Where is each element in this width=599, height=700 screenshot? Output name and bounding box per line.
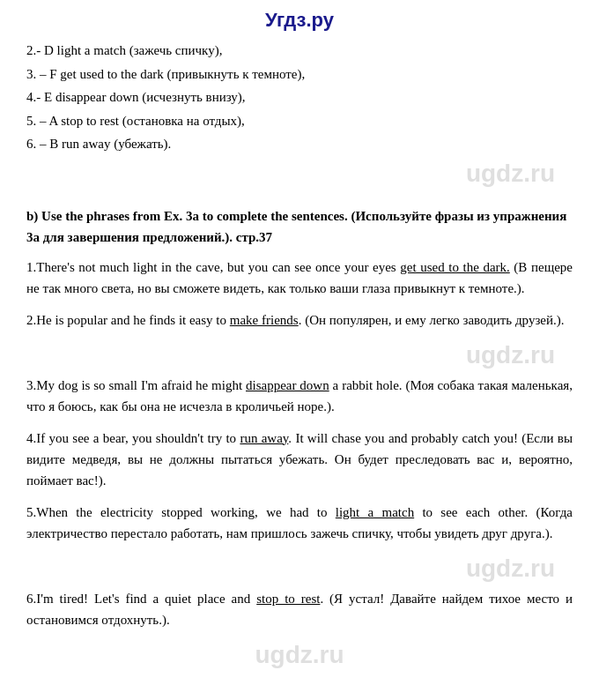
list-item: 4.- E disappear down (исчезнуть внизу),: [26, 87, 573, 108]
watermark-text: ugdz.ru: [466, 160, 555, 188]
part-a-list: 2.- D light a match (зажечь спичку), 3. …: [26, 41, 573, 154]
sentence-2-before: 2.He is popular and he finds it easy to: [26, 313, 230, 327]
watermark-2: ugdz.ru: [26, 341, 573, 369]
sentence-4-phrase: run away: [240, 431, 288, 445]
sentence-6-before: 6.I'm tired! Let's find a quiet place an…: [26, 592, 256, 606]
section-b-heading: b) Use the phrases from Ex. 3a to comple…: [26, 205, 573, 248]
list-item: 3. – F get used to the dark (привыкнуть …: [26, 64, 573, 85]
sentence-3-before: 3.My dog is so small I'm afraid he might: [26, 378, 246, 392]
sentence-2: 2.He is popular and he finds it easy to …: [26, 309, 573, 331]
list-item: 6. – B run away (убежать).: [26, 134, 573, 154]
content-area: 2.- D light a match (зажечь спичку), 3. …: [0, 41, 599, 669]
sentence-4: 4.If you see a bear, you shouldn't try t…: [26, 428, 573, 491]
sentence-3: 3.My dog is so small I'm afraid he might…: [26, 375, 573, 417]
sentence-1: 1.There's not much light in the cave, bu…: [26, 257, 573, 299]
sentence-6-phrase: stop to rest: [256, 592, 320, 606]
sentence-1-before: 1.There's not much light in the cave, bu…: [26, 260, 400, 274]
sentence-4-before: 4.If you see a bear, you shouldn't try t…: [26, 431, 240, 445]
sentence-5-before: 5.When the electricity stopped working, …: [26, 505, 336, 519]
watermark-1: ugdz.ru: [26, 160, 573, 188]
sentence-3-phrase: disappear down: [246, 378, 329, 392]
watermark-4: ugdz.ru: [26, 641, 573, 669]
section-b: b) Use the phrases from Ex. 3a to comple…: [26, 205, 573, 669]
sentence-5: 5.When the electricity stopped working, …: [26, 502, 573, 544]
list-item: 2.- D light a match (зажечь спичку),: [26, 41, 573, 61]
sentence-2-phrase: make friends: [230, 313, 299, 327]
sentence-1-phrase: get used to the dark.: [400, 260, 510, 274]
sentence-5-phrase: light a match: [336, 505, 414, 519]
sentence-6: 6.I'm tired! Let's find a quiet place an…: [26, 588, 573, 630]
watermark-text-3: ugdz.ru: [466, 555, 555, 583]
watermark-3: ugdz.ru: [26, 555, 573, 583]
watermark-text-2: ugdz.ru: [466, 341, 555, 369]
watermark-text-4: ugdz.ru: [255, 641, 344, 669]
site-title: Угдз.ру: [0, 9, 599, 32]
list-item: 5. – A stop to rest (остановка на отдых)…: [26, 111, 573, 131]
sentence-2-after: . (Он популярен, и ему легко заводить др…: [299, 313, 565, 327]
